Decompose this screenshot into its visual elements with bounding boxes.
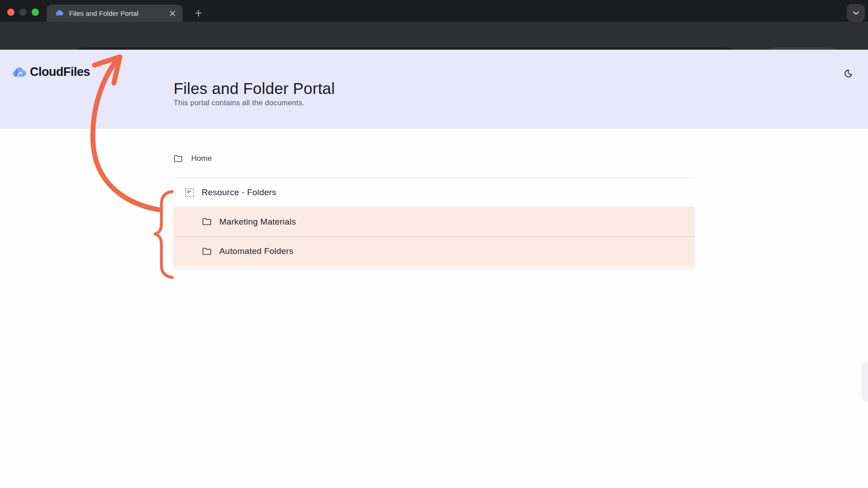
smart-section-icon [184, 188, 195, 198]
folder-icon [202, 246, 212, 257]
brand-name: CloudFiles [30, 65, 90, 79]
portal-subtitle: This portal contains all the documents. [174, 99, 304, 107]
cloudfiles-favicon [56, 9, 64, 18]
folder-label: Marketing Materials [219, 217, 296, 227]
portal-content: Home Resource - Folders Marketing Materi… [0, 129, 868, 488]
highlight-fade-strip [173, 266, 695, 270]
folder-icon [173, 154, 183, 164]
breadcrumb-label: Home [191, 154, 212, 163]
portal-title: Files and Folder Portal [174, 80, 335, 98]
section-label: Resource - Folders [202, 188, 276, 197]
breadcrumb-home[interactable]: Home [173, 151, 695, 166]
window-minimize-button[interactable] [19, 9, 27, 16]
folder-label: Automated Folders [219, 246, 293, 256]
portal-header: CloudFiles Files and Folder Portal This … [0, 50, 868, 129]
moon-icon [844, 68, 855, 79]
tab-list-chevron-button[interactable] [847, 4, 865, 22]
window-zoom-button[interactable] [32, 9, 39, 16]
list-divider [173, 178, 695, 178]
highlighted-folder-group: Marketing Materials Automated Folders [173, 206, 695, 266]
window-close-button[interactable] [7, 9, 14, 16]
edge-widget-handle[interactable] [862, 362, 868, 400]
section-row-resource-folders[interactable]: Resource - Folders [173, 178, 695, 206]
new-tab-button[interactable] [192, 7, 205, 19]
tab-title: Files and Folder Portal [69, 9, 167, 17]
tab-close-icon[interactable] [167, 8, 177, 18]
browser-tab[interactable]: Files and Folder Portal [47, 5, 183, 22]
cloudfiles-cloud-icon [12, 66, 27, 79]
folder-row-marketing-materials[interactable]: Marketing Materials [173, 207, 695, 236]
tab-bar: Files and Folder Portal [0, 0, 868, 22]
browser-window: Files and Folder Portal [0, 0, 868, 488]
browser-toolbar: cloudfiles.to/i6oHXV2txKa Incognito (4) [0, 22, 868, 50]
folder-row-automated-folders[interactable]: Automated Folders [173, 236, 695, 266]
dark-mode-toggle[interactable] [842, 66, 857, 80]
folder-icon [202, 216, 212, 227]
cloudfiles-logo[interactable]: CloudFiles [12, 65, 90, 79]
